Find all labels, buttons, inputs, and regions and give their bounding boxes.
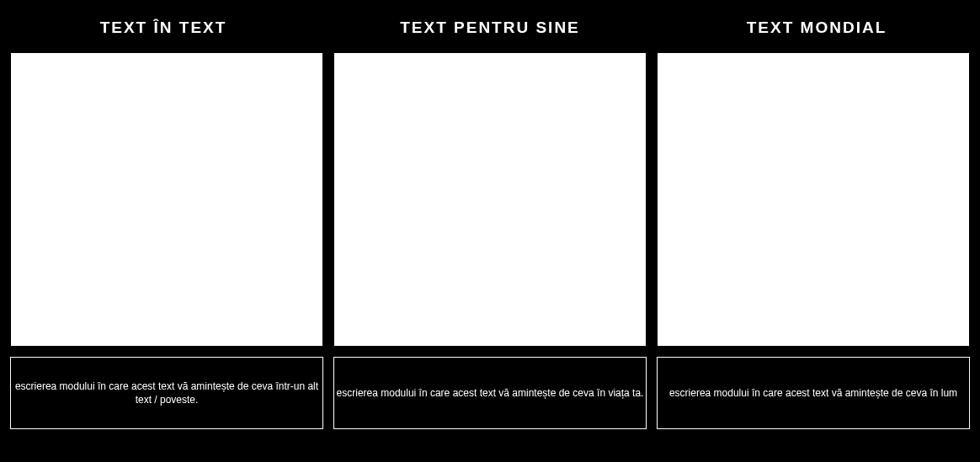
description-cell-1: escrierea modului în care acest text vă … [10,357,323,429]
description-text-1: escrierea modului în care acest text vă … [13,380,321,406]
description-text-3: escrierea modului în care acest text vă … [659,386,967,400]
description-text-2: escrierea modului în care acest text vă … [336,386,644,400]
header-row: TEXT ÎN TEXT TEXT PENTRU SINE TEXT MONDI… [0,0,980,52]
worksheet-container: TEXT ÎN TEXT TEXT PENTRU SINE TEXT MONDI… [0,0,980,462]
description-row: escrierea modului în care acest text vă … [0,347,980,429]
column-header-3: TEXT MONDIAL [653,19,980,37]
description-cell-3: escrierea modului în care acest text vă … [657,357,970,429]
column-header-1: TEXT ÎN TEXT [0,19,327,37]
image-card-1 [10,52,323,347]
column-header-2: TEXT PENTRU SINE [327,19,653,37]
description-cell-2: escrierea modului în care acest text vă … [333,357,647,429]
image-card-2 [333,52,647,347]
card-row [0,52,980,347]
image-card-3 [657,52,970,347]
